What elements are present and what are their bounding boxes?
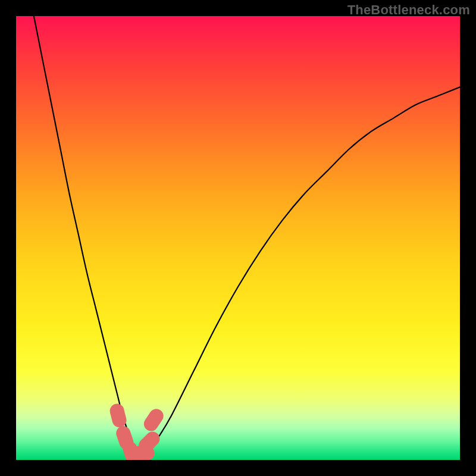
chart-frame: TheBottleneck.com: [0, 0, 476, 476]
curve-layer: [16, 16, 460, 460]
plot-area: [16, 16, 460, 460]
watermark-text: TheBottleneck.com: [347, 2, 470, 18]
bottleneck-curve: [34, 16, 460, 456]
min-zone-right-2: [141, 406, 166, 434]
min-zone-markers: [108, 402, 166, 460]
